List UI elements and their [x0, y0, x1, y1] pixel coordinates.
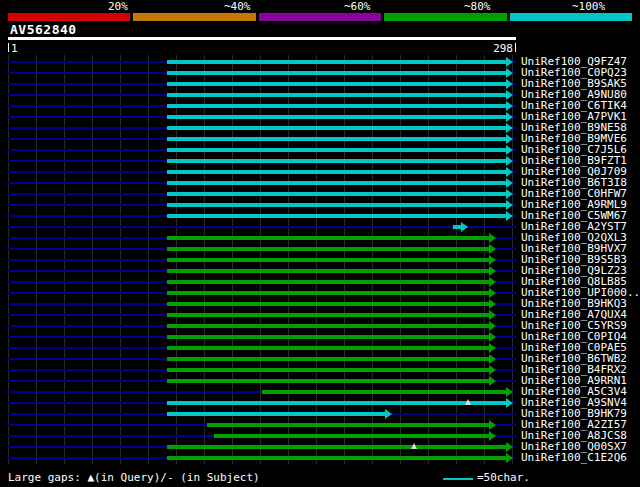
hit-bar[interactable]: [167, 148, 506, 152]
hit-arrow-icon: [489, 288, 496, 298]
hit-bar[interactable]: [167, 412, 385, 416]
hit-bar[interactable]: [167, 181, 506, 185]
hit-row: UniRef100_C1E2Q6: [0, 452, 640, 463]
ruler-end-label: 298: [440, 43, 513, 54]
hit-bar[interactable]: [167, 115, 506, 119]
hit-arrow-icon: [506, 156, 513, 166]
scale-label-60: ~60%: [344, 1, 371, 12]
hit-arrow-icon: [506, 123, 513, 133]
hit-arrow-icon: [489, 343, 496, 353]
hit-label[interactable]: UniRef100_C1E2Q6: [521, 452, 627, 463]
scale-legend-label: =50char.: [477, 472, 530, 484]
hit-arrow-icon: [506, 79, 513, 89]
hit-arrow-icon: [461, 222, 468, 232]
ruler-end-tick: [515, 43, 516, 52]
hit-bar[interactable]: [167, 357, 489, 361]
gap-marker-icon: [465, 399, 471, 405]
hit-bar[interactable]: [167, 379, 489, 383]
hit-rows: UniRef100_Q9FZ47UniRef100_C0PQ23UniRef10…: [0, 56, 640, 463]
hit-bar[interactable]: [167, 71, 506, 75]
hit-arrow-icon: [506, 145, 513, 155]
scale-legend-line-icon: [443, 478, 473, 480]
hit-arrow-icon: [489, 310, 496, 320]
hit-bar[interactable]: [167, 280, 489, 284]
large-gaps-legend: Large gaps: ▲(in Query)/- (in Subject): [8, 472, 260, 484]
hit-arrow-icon: [385, 409, 392, 419]
hit-bar[interactable]: [167, 192, 506, 196]
hit-bar[interactable]: [167, 82, 506, 86]
hit-arrow-icon: [506, 112, 513, 122]
hit-bar[interactable]: [167, 456, 506, 460]
hit-track: [8, 226, 516, 228]
query-name: AV562840: [10, 22, 77, 37]
hit-bar[interactable]: [167, 236, 489, 240]
hit-bar[interactable]: [167, 269, 489, 273]
hit-arrow-icon: [506, 211, 513, 221]
hit-arrow-icon: [489, 277, 496, 287]
hit-arrow-icon: [506, 90, 513, 100]
hit-arrow-icon: [506, 200, 513, 210]
scale-segment-green: [384, 13, 506, 21]
hit-bar[interactable]: [214, 434, 488, 438]
hit-bar[interactable]: [167, 445, 506, 449]
hit-bar[interactable]: [167, 247, 489, 251]
hit-bar[interactable]: [167, 258, 489, 262]
hit-bar[interactable]: [167, 313, 489, 317]
hit-arrow-icon: [506, 101, 513, 111]
hit-arrow-icon: [489, 376, 496, 386]
hit-bar[interactable]: [262, 390, 506, 394]
hit-bar[interactable]: [167, 368, 489, 372]
hit-bar[interactable]: [167, 346, 489, 350]
hit-bar[interactable]: [167, 335, 489, 339]
hit-bar[interactable]: [207, 423, 488, 427]
gap-marker-icon: [411, 443, 417, 449]
hit-arrow-icon: [489, 420, 496, 430]
ruler-start-tick: [8, 43, 9, 52]
hit-bar[interactable]: [167, 104, 506, 108]
hit-arrow-icon: [506, 387, 513, 397]
hit-bar[interactable]: [167, 137, 506, 141]
hit-bar[interactable]: [167, 214, 506, 218]
hit-arrow-icon: [489, 299, 496, 309]
scale-label-40: ~40%: [224, 1, 251, 12]
hit-arrow-icon: [506, 178, 513, 188]
scale-segment-purple: [259, 13, 381, 21]
hit-arrow-icon: [506, 453, 513, 463]
hit-arrow-icon: [506, 167, 513, 177]
hit-bar[interactable]: [167, 93, 506, 97]
scale-label-100: ~100%: [572, 1, 605, 12]
scale-label-80: ~80%: [464, 1, 491, 12]
hit-arrow-icon: [489, 321, 496, 331]
hit-arrow-icon: [489, 255, 496, 265]
hit-arrow-icon: [489, 233, 496, 243]
query-sequence-bar: [8, 37, 516, 40]
hit-arrow-icon: [506, 189, 513, 199]
hit-bar[interactable]: [167, 302, 489, 306]
scale-segment-cyan: [510, 13, 632, 21]
hit-arrow-icon: [506, 442, 513, 452]
hit-arrow-icon: [506, 398, 513, 408]
hit-arrow-icon: [489, 431, 496, 441]
hit-arrow-icon: [506, 68, 513, 78]
hit-arrow-icon: [489, 332, 496, 342]
scale-label-20: 20%: [108, 1, 128, 12]
hit-arrow-icon: [489, 244, 496, 254]
hit-arrow-icon: [489, 365, 496, 375]
scale-segment-red: [8, 13, 130, 21]
hit-arrow-icon: [506, 57, 513, 67]
identity-scale-bar: [8, 13, 632, 21]
hit-bar[interactable]: [167, 203, 506, 207]
hit-bar[interactable]: [167, 324, 489, 328]
hit-bar[interactable]: [167, 159, 506, 163]
scale-segment-orange: [133, 13, 255, 21]
hit-arrow-icon: [489, 266, 496, 276]
ruler-start-label: 1: [11, 43, 18, 54]
hit-bar[interactable]: [167, 401, 506, 405]
hit-arrow-icon: [506, 134, 513, 144]
hit-bar[interactable]: [167, 126, 506, 130]
hit-bar[interactable]: [167, 170, 506, 174]
hit-arrow-icon: [489, 354, 496, 364]
hit-bar[interactable]: [453, 225, 462, 229]
hit-bar[interactable]: [167, 60, 506, 64]
hit-bar[interactable]: [167, 291, 489, 295]
